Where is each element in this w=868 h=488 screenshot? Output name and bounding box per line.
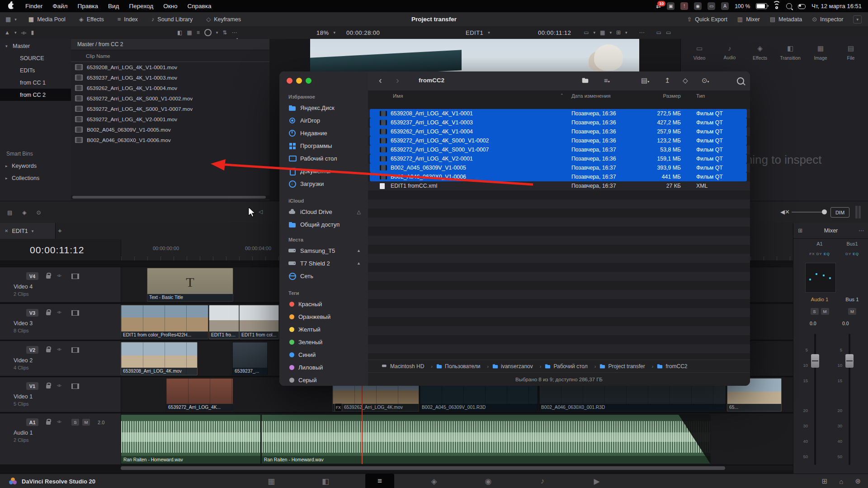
finder-file-row[interactable]: 6539262_Arri_LOG_4K_V1-0004 Позавчера, 1… (368, 127, 750, 136)
lock-icon[interactable] (46, 312, 51, 315)
finder-file-row[interactable]: 6539272_Arri_LOG_4K_S000_V1-0002 Позавче… (368, 136, 750, 145)
track-v4-header[interactable]: V4 ◃▹ Video 4 2 Clips (0, 267, 121, 302)
track-v1-header[interactable]: V1 ◃▹ Video 1 5 Clips (0, 377, 121, 412)
menubar-clock[interactable]: Чт, 12 марта 16:51 (811, 3, 862, 9)
clip-row[interactable]: B002_A046_0630X0_V1-0006.mov (71, 135, 269, 145)
finder-file-row[interactable]: 6539272_Arri_LOG_4K_V2-0001 Позавчера, 1… (368, 154, 750, 163)
clip-row[interactable]: B002_A045_06309V_V1-0005.mov (71, 124, 269, 135)
timeline-audio-clip-2[interactable]: Ran Raiten - Homeward.wav (261, 414, 711, 464)
solo-button[interactable]: S (71, 419, 79, 426)
auto-track-selector-icon[interactable]: ◃▹ (57, 383, 61, 388)
finder-file-row[interactable]: 6539208_Arri_LOG_4K_V1-0001 Позавчера, 1… (368, 109, 750, 118)
sidebar-item[interactable]: iCloud Drive △ (284, 205, 364, 218)
sidebar-tag-item[interactable]: Лиловый (284, 361, 364, 374)
sidebar-item[interactable]: Общий доступ △ (284, 218, 364, 231)
clip-row[interactable]: 6539262_Arri_LOG_4K_V1-0004.mov (71, 83, 269, 93)
razor-tool-icon[interactable]: ▮ (31, 29, 34, 36)
timeline-hscrollbar[interactable] (121, 466, 793, 470)
timeline-clip-v3-1[interactable]: EDIT1 from color_ProRes422H... (121, 305, 208, 339)
home-icon[interactable]: ⌂ (839, 478, 843, 485)
auto-track-selector-icon[interactable]: ◃▹ (57, 309, 61, 314)
filmstrip-icon[interactable] (71, 384, 79, 389)
view-option-icon-2[interactable]: ▦ (600, 29, 605, 36)
flag-icon[interactable]: ▾ (625, 30, 627, 35)
sidebar-tag-item[interactable]: Красный (284, 298, 364, 310)
status-app-icon-1[interactable]: ▣ (667, 2, 675, 10)
mic-icon[interactable]: ⊙ (37, 209, 41, 216)
strip-a1-solo[interactable]: S (811, 308, 819, 315)
menu-item[interactable]: Справка (183, 3, 217, 9)
spotlight-icon[interactable] (786, 3, 792, 9)
path-item[interactable]: ivanserzanov › (492, 363, 545, 370)
column-size[interactable]: Размер (627, 93, 681, 99)
speaker-muted-icon[interactable]: ◀✕ (780, 208, 790, 215)
strip-bus1-fader-track[interactable] (849, 334, 850, 465)
clip-row[interactable]: 6539272_Arri_LOG_4K_S000_V1-0002.mov (71, 93, 269, 104)
edit-page-button[interactable]: ≡ (370, 477, 389, 486)
bin-row[interactable]: ▾ from CC 1 (0, 76, 71, 89)
meters-toggle-icon[interactable]: ▤ (7, 209, 12, 216)
strip-a1-eq-graph[interactable] (805, 263, 836, 293)
search-chevron-icon[interactable]: ▾ (216, 30, 218, 35)
column-date[interactable]: Дата изменения (571, 93, 610, 99)
close-window-button[interactable] (287, 78, 292, 84)
sidebar-item[interactable]: Загрузки (284, 177, 364, 190)
timeline-tab-edit1[interactable]: ✕ EDIT1 ▾ (0, 223, 56, 239)
column-type[interactable]: Тип (696, 93, 705, 99)
track-v2-header[interactable]: V2 ◃▹ Video 2 4 Clips (0, 341, 121, 376)
zoom-level[interactable]: 18% (316, 29, 329, 36)
bin-row[interactable]: ▾ from CC 2 (0, 89, 71, 101)
timeline-audio-clip-1[interactable]: Ran Raiten - Homeward.wav (121, 414, 261, 464)
track-v3-badge[interactable]: V3 (26, 309, 38, 317)
new-folder-icon[interactable] (581, 76, 589, 85)
strip-a1-fader-knob[interactable] (811, 354, 819, 368)
menu-item[interactable]: Окно (158, 3, 182, 9)
group-by-icon[interactable]: ▤▾ (641, 76, 649, 85)
menu-item[interactable]: Правка (72, 3, 103, 9)
strip-bus1-value[interactable]: 0.0 (842, 321, 849, 326)
timeline-clip-v2-1[interactable]: 6539208_Arri_LOG_4K.mov (121, 342, 198, 375)
panel-toggle-icon-2[interactable]: ▭ (666, 29, 671, 36)
actions-icon[interactable]: ⊙▾ (702, 76, 709, 85)
column-name[interactable]: Имя (393, 93, 403, 99)
thumbnail-view-icon[interactable]: ◧ (177, 29, 182, 36)
clip-row[interactable]: 6539208_Arri_LOG_4K_V1-0001.mov (71, 62, 269, 72)
eject-icon[interactable]: ▲ (357, 248, 361, 253)
filmstrip-view-icon[interactable]: ▦ (187, 29, 192, 36)
list-view-icon[interactable]: ≡ (197, 29, 200, 36)
menu-item[interactable]: Finder (20, 3, 47, 9)
clip-row[interactable]: 6539272_Arri_LOG_4K_S000_V1-0007.mov (71, 104, 269, 114)
trim-tool-icon[interactable]: ◃▹ (21, 29, 26, 36)
cut-page-button[interactable]: ◧ (316, 477, 335, 486)
window-layout-icon[interactable]: ▦ (5, 16, 11, 23)
monitor-volume-knob[interactable] (822, 209, 827, 214)
mixer-expand-icon[interactable]: ⊞ (798, 227, 802, 234)
menu-item[interactable]: Вид (103, 3, 124, 9)
finder-file-row[interactable]: B002_A046_0630X0_V1-0006 Позавчера, 16:3… (368, 172, 750, 181)
strip-bus1-fader-knob[interactable] (845, 354, 854, 368)
timeline-selector-chevron-icon[interactable]: ▾ (488, 30, 490, 35)
menu-item[interactable]: Переход (124, 3, 159, 9)
sidebar-tag-item[interactable]: Серый (284, 374, 364, 386)
effects-button[interactable]: ◈ Effects (79, 16, 104, 23)
tab-image[interactable]: ▦Image (807, 44, 835, 61)
mixer-options-icon[interactable]: ⋯ (859, 227, 864, 234)
mute-button[interactable]: M (82, 419, 90, 426)
view-option-chevron-2[interactable]: ▾ (609, 30, 612, 35)
filmstrip-icon[interactable] (71, 347, 79, 353)
timeline-selector[interactable]: EDIT1 (466, 29, 483, 36)
clip-name-column-header[interactable]: Clip Name (71, 50, 269, 62)
finder-file-row[interactable]: 6539237_Arri_LOG_4K_V1-0003 Позавчера, 1… (368, 118, 750, 127)
wifi-icon[interactable] (773, 4, 780, 9)
sidebar-tag-item[interactable]: Синий (284, 348, 364, 361)
tab-audio[interactable]: ♪Audio (716, 44, 744, 61)
sort-icon[interactable]: ⇅ (222, 29, 227, 36)
strip-bus1-mute[interactable]: M (848, 308, 856, 315)
strip-a1-fader-track[interactable] (814, 334, 816, 465)
status-app-icon-2[interactable]: ! (680, 2, 688, 10)
keyboard-layout-icon[interactable]: A (721, 2, 729, 10)
more-options-icon[interactable]: ⋯ (231, 29, 237, 36)
track-a1-badge[interactable]: A1 (26, 418, 38, 426)
project-manager-icon[interactable]: ⊞ (822, 477, 828, 485)
control-center-icon[interactable] (798, 4, 806, 9)
